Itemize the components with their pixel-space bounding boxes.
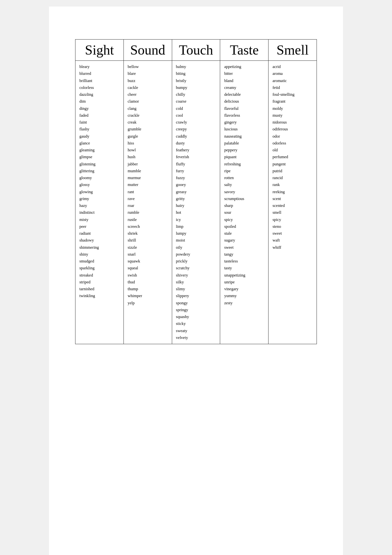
- column-header-touch: Touch: [172, 40, 220, 61]
- list-item: tasty: [224, 265, 264, 272]
- column-header-sight: Sight: [75, 40, 124, 61]
- list-item: swish: [128, 272, 168, 279]
- list-item: sharp: [224, 202, 264, 209]
- list-item: dazzling: [79, 91, 120, 98]
- list-item: mumble: [128, 168, 168, 175]
- list-item: shivery: [176, 272, 216, 279]
- list-item: slippery: [176, 293, 216, 299]
- list-item: mutter: [128, 181, 168, 188]
- list-item: rave: [128, 195, 168, 202]
- list-item: shimmering: [79, 244, 120, 251]
- list-item: sweet: [272, 230, 313, 237]
- list-item: hiss: [128, 140, 168, 147]
- list-item: gloomy: [79, 175, 120, 181]
- list-item: indistinct: [79, 209, 120, 216]
- list-item: coarse: [176, 98, 216, 105]
- list-item: delicious: [224, 98, 264, 105]
- column-words-smell: acridaromaaromaticfetidfoul-smellingfrag…: [269, 61, 317, 344]
- list-item: rant: [128, 189, 168, 195]
- list-item: sweet: [224, 244, 264, 251]
- list-item: chilly: [176, 91, 216, 98]
- list-item: fluffy: [176, 161, 216, 168]
- list-item: whiff: [272, 244, 313, 251]
- column-words-taste: appetizingbitterblandcreamydelectabledel…: [220, 61, 269, 344]
- list-item: rancid: [272, 175, 313, 181]
- list-item: yelp: [128, 300, 168, 307]
- list-item: blare: [128, 70, 168, 77]
- list-item: rotten: [224, 175, 264, 181]
- list-item: gleaming: [79, 147, 120, 154]
- list-item: tasteless: [224, 258, 264, 265]
- list-item: greasy: [176, 189, 216, 195]
- list-item: salty: [224, 181, 264, 188]
- list-item: icy: [176, 216, 216, 223]
- list-item: creamy: [224, 84, 264, 91]
- list-item: perfumed: [272, 154, 313, 160]
- list-item: sticky: [176, 320, 216, 327]
- list-item: cool: [176, 112, 216, 119]
- list-item: grumble: [128, 126, 168, 133]
- list-item: putrid: [272, 168, 313, 175]
- list-item: squawk: [128, 258, 168, 265]
- list-item: bland: [224, 77, 264, 84]
- list-item: smudged: [79, 258, 120, 265]
- list-item: slimy: [176, 286, 216, 293]
- list-item: flashy: [79, 126, 120, 133]
- list-item: hush: [128, 154, 168, 160]
- list-item: faded: [79, 112, 120, 119]
- list-item: powdery: [176, 251, 216, 258]
- list-item: feverish: [176, 154, 216, 160]
- list-item: creepy: [176, 126, 216, 133]
- list-item: cuddly: [176, 133, 216, 140]
- list-item: silky: [176, 279, 216, 286]
- list-item: odorless: [272, 140, 313, 147]
- list-item: bleary: [79, 63, 120, 70]
- list-item: springy: [176, 307, 216, 313]
- list-item: sour: [224, 209, 264, 216]
- list-item: bristly: [176, 77, 216, 84]
- list-item: jabber: [128, 161, 168, 168]
- list-item: peer: [79, 223, 120, 230]
- page: SightSoundTouchTasteSmell blearyblurredb…: [49, 7, 343, 555]
- list-item: nidorous: [272, 119, 313, 126]
- list-item: faint: [79, 119, 120, 126]
- list-item: delectable: [224, 91, 264, 98]
- list-item: scent: [272, 195, 313, 202]
- list-item: screech: [128, 223, 168, 230]
- list-item: squashy: [176, 313, 216, 320]
- list-item: creak: [128, 119, 168, 126]
- list-item: gingery: [224, 119, 264, 126]
- list-item: unappetizing: [224, 272, 264, 279]
- list-item: glowing: [79, 189, 120, 195]
- list-item: spongy: [176, 300, 216, 307]
- list-item: stale: [224, 230, 264, 237]
- list-item: sparkling: [79, 265, 120, 272]
- list-item: oily: [176, 244, 216, 251]
- list-item: velvety: [176, 334, 216, 341]
- list-item: lumpy: [176, 230, 216, 237]
- list-item: streaked: [79, 272, 120, 279]
- list-item: shiny: [79, 251, 120, 258]
- list-item: rank: [272, 181, 313, 188]
- list-item: piquant: [224, 154, 264, 160]
- list-item: spicy: [224, 216, 264, 223]
- column-header-smell: Smell: [269, 40, 317, 61]
- list-item: roar: [128, 202, 168, 209]
- list-item: odor: [272, 133, 313, 140]
- list-item: yummy: [224, 293, 264, 299]
- list-item: cold: [176, 105, 216, 112]
- list-item: crackle: [128, 112, 168, 119]
- list-item: moist: [176, 237, 216, 244]
- list-item: sizzle: [128, 244, 168, 251]
- list-item: appetizing: [224, 63, 264, 70]
- list-item: gaudy: [79, 133, 120, 140]
- list-item: nauseating: [224, 133, 264, 140]
- list-item: aromatic: [272, 77, 313, 84]
- list-item: palatable: [224, 140, 264, 147]
- list-item: thud: [128, 279, 168, 286]
- list-item: tarnished: [79, 286, 120, 293]
- list-item: reeking: [272, 189, 313, 195]
- list-item: furry: [176, 168, 216, 175]
- list-item: unripe: [224, 279, 264, 286]
- list-item: clang: [128, 105, 168, 112]
